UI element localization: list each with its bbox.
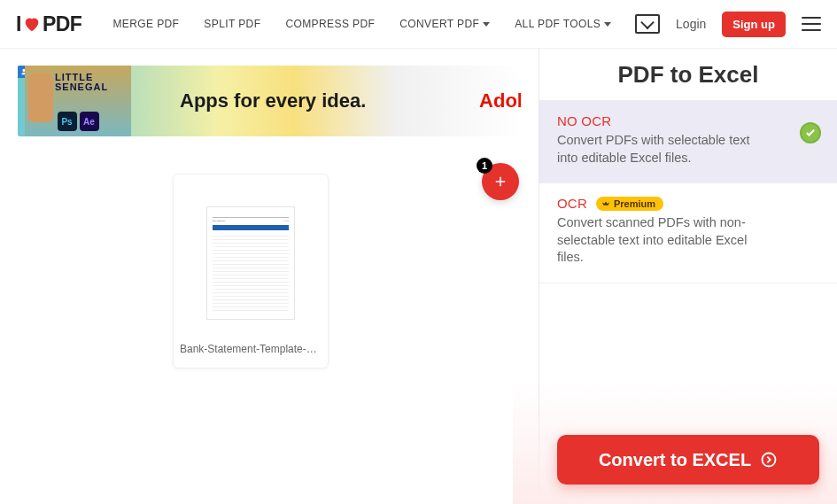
chevron-down-icon — [483, 22, 490, 27]
option-description: Convert PDFs with selectable text into e… — [557, 132, 770, 167]
svg-point-0 — [763, 454, 776, 467]
file-area: 1 Bank StatementLOGO Bank-Statement-Temp… — [0, 136, 539, 504]
logo-prefix: I — [16, 12, 21, 36]
nav-compress-pdf[interactable]: COMPRESS PDF — [285, 18, 375, 30]
nav-item-label: ALL PDF TOOLS — [515, 18, 601, 30]
file-thumbnail: Bank StatementLOGO — [206, 206, 295, 320]
signup-button[interactable]: Sign up — [722, 12, 786, 37]
file-count-badge: 1 — [477, 158, 492, 174]
arrow-right-circle-icon — [760, 451, 778, 469]
option-no-ocr[interactable]: NO OCR Convert PDFs with selectable text… — [539, 101, 837, 183]
premium-badge: Premium — [596, 197, 663, 211]
ad-brand: Adol — [479, 89, 521, 112]
nav-item-label: MERGE PDF — [112, 18, 179, 30]
main: LITTLE SENEGAL Ps Ae Apps for every idea… — [0, 49, 837, 504]
nav-item-label: SPLIT PDF — [204, 18, 260, 30]
plus-icon — [492, 174, 508, 190]
file-name: Bank-Statement-Template-2-Te... — [180, 343, 322, 355]
add-file-button[interactable]: 1 — [482, 163, 519, 200]
options-sidebar: PDF to Excel NO OCR Convert PDFs with se… — [539, 49, 837, 504]
heart-icon — [22, 14, 42, 34]
ad-headline: Apps for every idea. — [180, 89, 366, 112]
option-title: NO OCR — [557, 113, 611, 128]
option-ocr[interactable]: OCR Premium Convert scanned PDFs with no… — [539, 183, 837, 283]
primary-nav: MERGE PDF SPLIT PDF COMPRESS PDF CONVERT… — [112, 18, 611, 30]
photoshop-icon: Ps — [58, 112, 77, 131]
menu-icon[interactable] — [802, 17, 821, 31]
ad-person-illustration — [28, 73, 53, 122]
check-icon — [800, 122, 821, 143]
crown-icon — [601, 199, 610, 208]
convert-button[interactable]: Convert to EXCEL — [557, 435, 819, 485]
cta-area: Convert to EXCEL — [513, 382, 837, 504]
ad-tile-title: LITTLE SENEGAL — [55, 73, 131, 92]
nav-convert-pdf[interactable]: CONVERT PDF — [399, 18, 490, 30]
premium-label: Premium — [614, 198, 655, 209]
nav-item-label: COMPRESS PDF — [285, 18, 375, 30]
chevron-down-icon — [604, 22, 611, 27]
nav-item-label: CONVERT PDF — [399, 18, 479, 30]
header-right: Login Sign up — [635, 12, 821, 37]
login-link[interactable]: Login — [676, 17, 706, 31]
after-effects-icon: Ae — [80, 112, 99, 131]
logo-suffix: PDF — [43, 12, 82, 36]
nav-merge-pdf[interactable]: MERGE PDF — [112, 18, 179, 30]
header-bar: I PDF MERGE PDF SPLIT PDF COMPRESS PDF C… — [0, 0, 837, 49]
workspace: LITTLE SENEGAL Ps Ae Apps for every idea… — [0, 49, 539, 504]
option-description: Convert scanned PDFs with non-selectable… — [557, 214, 770, 267]
logo[interactable]: I PDF — [16, 12, 81, 36]
option-title: OCR — [557, 196, 587, 211]
ad-creative-tile: LITTLE SENEGAL Ps Ae — [25, 66, 131, 136]
nav-all-pdf-tools[interactable]: ALL PDF TOOLS — [515, 18, 611, 30]
sidebar-title: PDF to Excel — [539, 49, 837, 101]
ad-banner[interactable]: LITTLE SENEGAL Ps Ae Apps for every idea… — [18, 66, 521, 136]
cta-label: Convert to EXCEL — [599, 450, 751, 470]
desktop-download-icon[interactable] — [635, 14, 660, 34]
file-card[interactable]: Bank StatementLOGO Bank-Statement-Templa… — [173, 174, 329, 368]
nav-split-pdf[interactable]: SPLIT PDF — [204, 18, 260, 30]
